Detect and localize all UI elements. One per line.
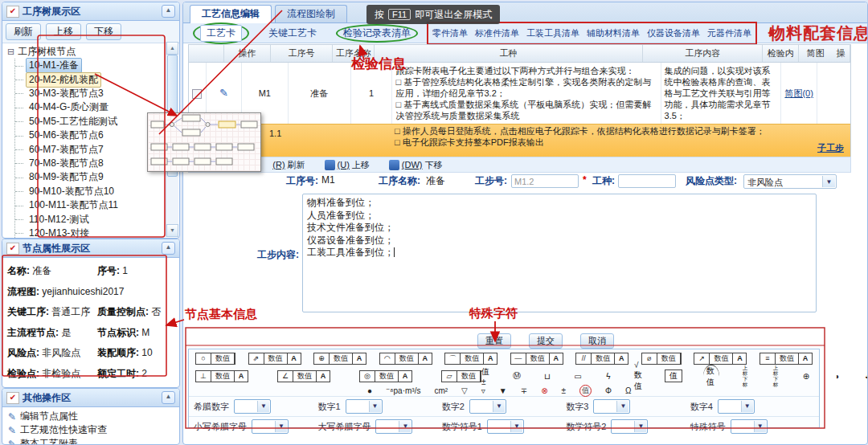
grid-column-header[interactable]: 操作 (224, 45, 271, 62)
special-symbol-button[interactable]: ϟ (604, 372, 613, 381)
tree-toolbar-button[interactable]: 上移 (46, 23, 81, 40)
tree-node[interactable]: 30-M3-装配节点3 (15, 87, 166, 100)
special-symbol-button[interactable]: cm² (434, 386, 448, 395)
grid-column-header[interactable]: 工序内容 (643, 45, 763, 62)
chevron-down-icon[interactable]: ▼ (634, 421, 646, 432)
sketch-link[interactable]: 简图(0) (784, 88, 813, 99)
step-no-input[interactable]: M1.2 (511, 174, 579, 188)
special-symbol-button[interactable]: 值 (579, 385, 592, 397)
chevron-down-icon[interactable]: ▼ (822, 176, 835, 187)
symbol-select[interactable]: ▼ (718, 399, 755, 414)
material-tab[interactable]: 辅助材料清单 (587, 27, 640, 39)
grid-column-header[interactable] (189, 45, 224, 62)
special-symbol-button[interactable]: ▽ (461, 386, 468, 395)
action-button[interactable]: 重置 (477, 333, 511, 349)
special-symbol-button[interactable]: 上标 下标 (771, 365, 780, 387)
collapse-icon[interactable]: ▲ (162, 242, 175, 255)
grid-column-header[interactable]: 工序名称 (333, 45, 375, 62)
special-symbol-button[interactable]: 值 (665, 369, 682, 382)
symbol-select[interactable]: ▼ (252, 419, 289, 434)
toolbar-button[interactable]: (U)上移 (325, 159, 370, 171)
special-symbol-button[interactable]: 数值 (703, 365, 719, 388)
tree-node[interactable]: 20-M2-舵机装配 (15, 72, 166, 86)
special-symbol-button[interactable]: ▭ (573, 372, 583, 381)
collapse-expander-icon[interactable]: ⊟ (7, 47, 14, 57)
chevron-down-icon[interactable]: ▼ (616, 401, 628, 412)
special-symbol-button[interactable]: Φ (605, 386, 612, 395)
document-tab[interactable]: 检验记录表清单 (343, 27, 411, 40)
top-tab[interactable]: 工艺信息编辑 (190, 5, 272, 23)
tree-node[interactable]: 80-M9-装配节点9 (15, 170, 166, 184)
substep-link[interactable]: 子工步 (817, 142, 844, 154)
tree-toolbar-button[interactable]: 刷新 (6, 23, 41, 40)
special-symbol-button[interactable]: ⊕ (801, 372, 811, 381)
operation-link[interactable]: ✎ 整本工艺附表 (2, 437, 179, 445)
gdt-frame-button[interactable]: ○ 数值 (195, 353, 235, 365)
gdt-frame-button[interactable]: ∠ 数值 A (277, 370, 330, 382)
special-symbol-button[interactable]: ▼ (499, 386, 507, 395)
gdt-frame-button[interactable]: ⇗ 数值 A (248, 353, 301, 365)
symbol-select[interactable]: ▼ (469, 399, 506, 414)
special-symbol-button[interactable]: ● (367, 386, 372, 395)
grid-column-header[interactable]: 操作 (832, 45, 850, 62)
grid-column-header[interactable]: 简图 (799, 45, 832, 62)
symbol-select[interactable]: ▼ (611, 419, 648, 434)
special-symbol-button[interactable]: √数值 (634, 361, 644, 392)
top-tab[interactable]: 流程图绘制 (275, 5, 347, 22)
tree-node[interactable]: 120-M13-对接 (15, 227, 166, 238)
scroll-down-icon[interactable]: ▼ (166, 224, 178, 237)
selected-substep-row[interactable]: 1.1 □ 操作人员每日登陆系统，点击相应电子化跟踪卡，依据结构化表格进行数据记… (189, 124, 850, 160)
gdt-frame-button[interactable]: ◎ 数值 A (359, 370, 412, 382)
grid-column-header[interactable]: 工种 (375, 45, 643, 62)
operation-link[interactable]: ✎ 工艺规范性快速审查 (2, 423, 179, 437)
tree-node[interactable]: 70-M8-装配节点8 (15, 157, 166, 170)
chevron-down-icon[interactable]: ▼ (754, 421, 766, 432)
gdt-frame-button[interactable]: ▱ 数值 (441, 370, 481, 382)
tree-toolbar-button[interactable]: 下移 (86, 23, 121, 40)
special-symbol-button[interactable]: ± (562, 386, 567, 395)
tree-node[interactable]: 10-M1-准备 (15, 59, 166, 72)
tree-node[interactable]: 90-M10-装配节点10 (15, 185, 166, 198)
special-symbol-button[interactable]: Ω (625, 386, 631, 395)
special-symbol-button[interactable]: 上标 下标 (740, 365, 750, 387)
scroll-up-icon[interactable]: ▲ (166, 42, 178, 55)
tree-node[interactable]: 50-M6-装配节点6 (15, 129, 166, 142)
symbol-select[interactable]: ▼ (731, 419, 768, 434)
document-tab[interactable]: 关键工艺卡 (268, 27, 317, 40)
special-symbol-button[interactable]: Ⓜ (512, 370, 522, 382)
tree-node[interactable]: 60-M7-装配节点7 (15, 142, 166, 156)
grid-row-1[interactable]: ✎ M1 准备 1 跟踪卡附表电子化主要通过以下两种方式并行与组合来实现： □ … (189, 63, 850, 124)
collapse-icon[interactable]: ▲ (162, 391, 175, 404)
chevron-down-icon[interactable]: ▼ (741, 401, 753, 412)
symbol-select[interactable]: ▼ (346, 399, 383, 414)
document-tab[interactable]: 工艺卡 (200, 25, 242, 42)
tree-node[interactable]: 110-M12-测试 (15, 212, 166, 226)
action-button[interactable]: 取消 (580, 333, 614, 349)
step-content-textarea[interactable]: 物料准备到位； 人员准备到位； 技术文件准备到位； 仪器设备准备到位； 工装工具… (302, 194, 817, 312)
gdt-frame-button[interactable]: ⊥ 数值 A (195, 370, 248, 382)
symbol-select[interactable]: ▼ (234, 399, 271, 414)
tree-root-node[interactable]: ⊟ 工序树根节点 (7, 45, 166, 59)
material-tab[interactable]: 仪器设备清单 (647, 27, 700, 39)
special-symbol-button[interactable]: ⊔ (542, 372, 552, 381)
material-tab[interactable]: 零件清单 (432, 27, 468, 39)
risk-type-select[interactable]: 非风险点 ▼ (743, 174, 837, 189)
material-tab[interactable]: 工装工具清单 (526, 27, 579, 39)
chevron-down-icon[interactable]: ▼ (369, 401, 381, 412)
worktype-input[interactable] (618, 174, 676, 188)
tree-node[interactable]: 100-M11-装配节点11 (15, 198, 166, 212)
chevron-down-icon[interactable]: ▼ (275, 421, 287, 432)
special-symbol-button[interactable]: ◕ (862, 372, 868, 381)
gdt-frame-button[interactable]: ◠ 数值 A (379, 353, 432, 365)
special-symbol-button[interactable]: ▿ (481, 386, 485, 395)
action-button[interactable]: 提交 (529, 333, 563, 349)
collapse-icon[interactable]: ▲ (162, 5, 175, 18)
gdt-frame-button[interactable]: ⊕ 数值 A (313, 353, 366, 365)
tree-node[interactable]: 40-M4-G-质心测量 (15, 100, 166, 114)
tree-node[interactable]: 50-M5-工艺性能测试 (15, 115, 166, 129)
special-symbol-button[interactable]: ⊗ (541, 386, 547, 395)
grid-column-header[interactable]: 检验内容 (763, 45, 799, 62)
special-symbol-button[interactable]: ∓ (521, 386, 527, 395)
chevron-down-icon[interactable]: ▼ (399, 421, 411, 432)
material-tab[interactable]: 标准件清单 (475, 27, 519, 39)
